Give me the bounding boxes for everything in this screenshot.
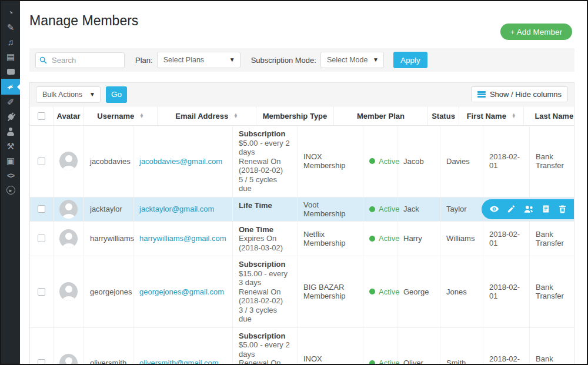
row-checkbox[interactable]	[38, 158, 45, 165]
sidebar-item-collapse[interactable]: ▸	[1, 183, 20, 197]
status-cell: Active	[363, 328, 397, 365]
email-cell: jacktaylor@gmail.com	[133, 197, 233, 221]
email-cell: georgejones@gmail.com	[133, 256, 233, 327]
settings-icon: ▣	[6, 156, 15, 165]
edit-action-icon[interactable]	[507, 205, 516, 213]
show-hide-columns-button[interactable]: Show / Hide columns	[471, 86, 568, 102]
sidebar-item-posts[interactable]: ✎	[1, 20, 20, 35]
collapse-icon: ▸	[6, 186, 15, 195]
membership-type-title: Subscription	[239, 129, 291, 139]
apply-button[interactable]: Apply	[393, 52, 427, 68]
subscription-mode-select[interactable]: Select Mode ▼	[320, 52, 384, 68]
row-checkbox[interactable]	[38, 288, 45, 296]
show-hide-columns-label: Show / Hide columns	[490, 90, 562, 99]
membership-type-title: Subscription	[239, 331, 291, 341]
column-header-first-name[interactable]: First Name▲▼	[459, 106, 524, 125]
membership-type-detail: $5.00 - every 2 days	[239, 340, 291, 359]
column-header-username[interactable]: Username▲▼	[84, 106, 158, 125]
status-label: Active	[379, 157, 399, 166]
email-link[interactable]: harrywilliams@gmail.com	[139, 234, 226, 243]
member-row: georgejonesgeorgejones@gmail.comSubscrip…	[30, 256, 574, 328]
membership-type-cell: Subscription$15.00 - every 3 daysRenewal…	[233, 256, 298, 327]
table-body: jacobdaviesjacobdavies@gmail.comSubscrip…	[30, 126, 574, 365]
view-action-icon[interactable]	[489, 204, 499, 214]
column-header-label: Status	[432, 112, 455, 120]
sidebar-item-code[interactable]: <>	[1, 168, 20, 183]
chevron-down-icon: ▼	[229, 56, 235, 63]
bulk-actions-select[interactable]: Bulk Actions ▼	[36, 86, 101, 103]
sidebar-item-tools[interactable]: ⚒	[1, 139, 20, 153]
add-member-button[interactable]: + Add Member	[500, 24, 572, 40]
status-badge: Active	[369, 157, 399, 166]
column-header-label: Last Name	[534, 112, 573, 120]
email-cell: harrywilliams@gmail.com	[133, 222, 233, 256]
email-link[interactable]: georgejones@gmail.com	[139, 287, 224, 296]
column-header-email-address[interactable]: Email Address▲▼	[158, 106, 256, 125]
membership-type-detail: $5.00 - every 2 days	[239, 139, 291, 157]
status-cell: Active	[363, 126, 397, 197]
chevron-down-icon: ▼	[373, 56, 379, 63]
users-icon	[6, 128, 15, 136]
status-dot-icon	[369, 360, 375, 365]
sidebar-item-plugins[interactable]	[1, 109, 20, 124]
avatar-cell	[54, 197, 84, 221]
transactions-action-icon[interactable]	[542, 205, 550, 213]
sidebar-item-media[interactable]: ♫	[1, 35, 20, 49]
row-checkbox-cell	[30, 126, 54, 197]
assign-membership-action-icon[interactable]	[523, 204, 534, 215]
email-link[interactable]: oliversmith@gmail.com	[139, 359, 219, 365]
column-header-last-name[interactable]: Last Name▲▼	[524, 106, 574, 125]
username-cell: harrywilliams	[84, 222, 133, 256]
sidebar-item-pages[interactable]: ▤	[1, 49, 20, 64]
last-name-cell: Smith	[440, 328, 483, 365]
email-link[interactable]: jacobdavies@gmail.com	[139, 157, 222, 166]
avatar-cell	[54, 126, 84, 197]
bulk-actions-value: Bulk Actions	[42, 91, 82, 99]
status-cell: Active	[363, 222, 397, 256]
sidebar-item-dashboard[interactable]: ◔	[1, 5, 20, 20]
delete-action-icon[interactable]	[558, 205, 567, 213]
media-icon: ♫	[7, 38, 14, 46]
membership-type-title: One Time	[239, 225, 291, 235]
sort-icon[interactable]: ▲▼	[233, 113, 238, 119]
email-link[interactable]: jacktaylor@gmail.com	[139, 205, 214, 213]
select-all-checkbox-cell	[30, 106, 54, 125]
member-row: jacktaylorjacktaylor@gmail.comLife TimeV…	[30, 197, 574, 222]
row-checkbox[interactable]	[38, 205, 45, 213]
plan-label: Plan:	[135, 56, 153, 65]
comments-icon	[7, 69, 15, 75]
avatar	[59, 229, 78, 248]
plan-select[interactable]: Select Plans ▼	[157, 52, 240, 68]
table-header-row: AvatarUsername▲▼Email Address▲▼Membershi…	[30, 106, 574, 126]
sidebar-item-appearance[interactable]: ✐	[1, 95, 20, 109]
members-table-card: Bulk Actions ▼ Go Show / Hide columns Av…	[29, 82, 574, 365]
row-checkbox[interactable]	[38, 359, 45, 365]
sidebar-item-settings[interactable]: ▣	[1, 153, 20, 168]
sidebar-item-armember[interactable]	[1, 79, 20, 95]
go-button[interactable]: Go	[106, 86, 127, 103]
admin-sidebar: ◔✎♫▤✐⚒▣<>▸	[1, 1, 20, 364]
sidebar-item-comments[interactable]	[1, 64, 20, 79]
column-header-label: Avatar	[57, 112, 81, 120]
payment-mode-cell: Bank Transfer	[530, 222, 574, 256]
column-header-membership-type: Membership Type	[256, 106, 334, 125]
dashboard-icon: ◔	[8, 8, 13, 17]
membership-type-detail: Renewal On	[239, 287, 291, 297]
row-checkbox[interactable]	[38, 235, 45, 242]
column-header-status: Status	[428, 106, 459, 125]
search-input[interactable]	[35, 52, 125, 68]
last-name-cell: Taylor	[440, 197, 483, 221]
membership-type-title: Subscription	[239, 260, 291, 269]
select-all-checkbox[interactable]	[38, 112, 45, 120]
member-plan-cell: INOX Membership	[298, 328, 363, 365]
registered-date-cell: 2018-02-01	[483, 222, 530, 256]
row-checkbox-cell	[30, 256, 54, 327]
membership-type-detail: Renewal On	[239, 359, 291, 365]
sidebar-item-users[interactable]	[1, 124, 20, 139]
columns-icon	[477, 91, 486, 98]
column-header-avatar: Avatar	[54, 106, 84, 125]
sort-icon[interactable]: ▲▼	[139, 113, 143, 119]
first-name-cell: Jack	[397, 197, 440, 221]
sort-icon[interactable]: ▲▼	[512, 113, 516, 119]
plan-select-value: Select Plans	[163, 56, 204, 64]
